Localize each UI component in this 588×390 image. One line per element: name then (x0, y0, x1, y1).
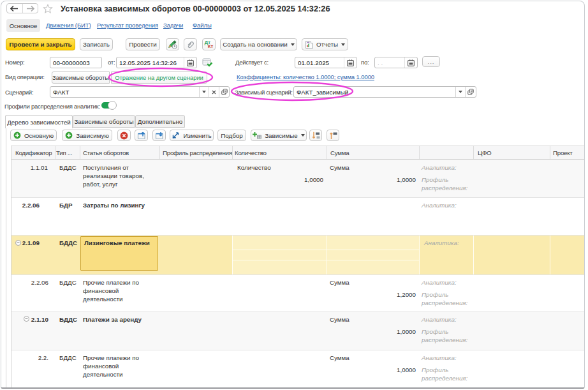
edit-button[interactable]: Изменить (170, 130, 214, 141)
tab-dependent-turnovers[interactable]: Зависимые обороты (73, 115, 135, 128)
date-value: 12.05.2025 14:32:26 (117, 57, 184, 68)
column-header-code[interactable]: Кодификатор (15, 149, 52, 157)
back-button[interactable] (7, 4, 23, 13)
column-header-quantity[interactable]: Количество (235, 149, 267, 157)
dependents-menu-button[interactable]: Зависимые (251, 130, 307, 141)
column-header-cfo[interactable]: ЦФО (478, 149, 491, 157)
selected-row-gridline (232, 250, 419, 250)
valid-to-calendar-button[interactable] (404, 57, 417, 68)
number-input[interactable]: 00-00000003 (50, 57, 102, 68)
more-actions-button[interactable]: ... (422, 56, 440, 67)
favorite-star-icon[interactable] (43, 4, 53, 14)
scenario-open-button[interactable] (219, 87, 229, 97)
column-header-profile[interactable]: Профиль распределения (163, 149, 232, 157)
calendar-check-icon (202, 57, 213, 68)
tab-faily[interactable]: Файлы (193, 22, 212, 29)
row-item-line: Платежи за аренду (83, 316, 142, 324)
dependent-scenario-combo[interactable]: ФАКТ_зависимый (293, 86, 476, 98)
accounting-entries-button[interactable]: Дт Кт (202, 38, 216, 50)
open-link-icon (221, 89, 228, 95)
pen-clock-icon (168, 40, 177, 49)
divider-line (11, 146, 11, 388)
scenario-clear-button[interactable] (209, 87, 219, 97)
row-code: 2.2. (23, 354, 48, 362)
divider-line (473, 146, 474, 159)
dependents-menu-label: Зависимые (265, 132, 298, 139)
pick-button[interactable]: Подбор (217, 130, 246, 141)
operation-option-reflection-other-scenario[interactable]: Отражение на другом сценарии (111, 71, 207, 84)
profiles-toggle-knob (108, 101, 117, 110)
dependent-scenario-dropdown-button[interactable] (455, 87, 465, 97)
profile-sublabel: распределения: (422, 184, 467, 192)
save-button[interactable]: Записать (80, 38, 113, 50)
column-header-sum[interactable]: Сумма (330, 149, 349, 157)
sum-value: 1,0000 (352, 176, 416, 184)
scenario-dropdown-button[interactable] (199, 87, 209, 97)
row-item-line: Поступления от (83, 164, 129, 172)
valid-from-label: Действует с: (235, 59, 268, 66)
post-button[interactable]: Провести (126, 38, 160, 50)
date-input[interactable]: 12.05.2025 14:32:26 (116, 57, 197, 68)
tree-collapse-icon[interactable] (15, 240, 21, 246)
post-and-close-button[interactable]: Провести и закрыть (6, 38, 75, 50)
tab-additional[interactable]: Дополнительно (135, 115, 185, 128)
row-item-line: Затраты по лизингу (83, 202, 145, 209)
move-out-of-group-button[interactable] (135, 130, 148, 141)
box-arrow-up-icon (137, 131, 146, 140)
create-based-on-button[interactable]: Создать на основании (220, 38, 297, 50)
row-item-line: деятельности (83, 296, 123, 303)
forward-arrow-icon (26, 6, 34, 11)
page-title: Установка зависимых оборотов 00-00000003… (61, 4, 330, 14)
valid-from-calendar-button[interactable] (344, 57, 356, 68)
row-item-line: финансовой (83, 363, 119, 370)
chevron-down-icon (459, 91, 462, 93)
profile-sublabel: Профиль (422, 291, 448, 299)
scenario-combo[interactable]: ФАКТ (50, 86, 230, 98)
page-panel-left-border (6, 128, 6, 387)
selected-cell[interactable]: Лизинговые платежи (80, 236, 158, 271)
valid-to-value: . . (375, 57, 404, 68)
set-current-date-button[interactable] (202, 57, 213, 68)
valid-to-input[interactable]: . . (374, 57, 418, 68)
add-circle-icon (65, 131, 73, 139)
divider-line (55, 146, 55, 159)
open-link-icon (467, 89, 474, 95)
reports-button[interactable]: Отчеты (302, 38, 348, 50)
move-level-up-button[interactable] (327, 130, 339, 141)
deferred-posting-button[interactable] (166, 38, 179, 50)
tab-zadachi[interactable]: Задачи (163, 22, 183, 29)
number-label: Номер: (5, 59, 24, 66)
operation-option-dependent-turnovers[interactable]: Зависимые обороты (52, 71, 110, 84)
add-dependents-icon (253, 131, 261, 139)
delete-row-button[interactable] (117, 130, 131, 141)
column-header-project[interactable]: Проект (553, 149, 572, 157)
tab-dependency-tree[interactable]: Дерево зависимостей (5, 115, 73, 128)
clear-x-icon (212, 90, 216, 94)
level-down-icon (312, 131, 320, 140)
dropdown-arrow-icon (301, 134, 305, 137)
add-dependent-button[interactable]: Зависимую (62, 130, 112, 141)
move-level-down-button[interactable] (309, 130, 322, 141)
coefficients-link[interactable]: Коэффициенты: количество 1.0000; сумма 1… (237, 73, 374, 81)
move-into-group-button[interactable] (152, 130, 166, 141)
selected-row-gridline (232, 236, 233, 274)
row-item-line: Прочие платежи по (83, 354, 139, 362)
row-item-line: Лизинговые платежи (84, 239, 150, 247)
valid-from-input[interactable]: 01.01.2025 (295, 57, 357, 68)
tab-dvizheniya-bit[interactable]: Движения (БИТ) (46, 22, 91, 29)
row-item-line: финансовой (83, 287, 119, 295)
tree-collapse-icon[interactable] (24, 316, 29, 322)
column-header-type[interactable]: Тип ... (56, 149, 72, 157)
profile-sublabel: Профиль (422, 328, 448, 336)
tab-osnovnoe[interactable]: Основное (6, 19, 40, 32)
profile-sublabel: распределения: (422, 375, 467, 382)
date-calendar-button[interactable] (184, 57, 196, 68)
add-main-button[interactable]: Основную (10, 130, 57, 141)
tab-rezultat-provedeniya[interactable]: Результат проведения (97, 22, 158, 29)
forward-button[interactable] (23, 4, 38, 13)
column-header-item[interactable]: Статья оборотов (83, 149, 129, 157)
dependent-scenario-open-button[interactable] (465, 87, 476, 97)
attachments-button[interactable] (184, 38, 197, 50)
row-code: 1.1.01 (22, 164, 48, 172)
profiles-toggle-label: Профили распределения аналитик: (4, 103, 100, 110)
